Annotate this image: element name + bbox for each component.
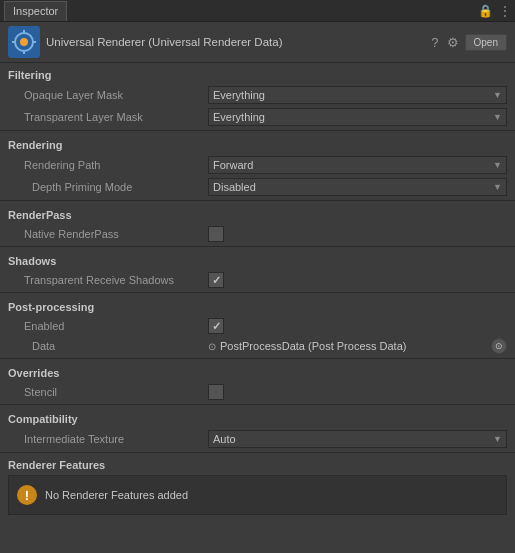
stencil-row: Stencil bbox=[0, 382, 515, 402]
transparent-layer-mask-row: Transparent Layer Mask Everything ▼ bbox=[0, 106, 515, 128]
overrides-section: Overrides Stencil bbox=[0, 361, 515, 402]
transparent-receive-checkbox[interactable]: ✓ bbox=[208, 272, 224, 288]
shadows-header: Shadows bbox=[0, 249, 515, 270]
pp-data-icon: ⊙ bbox=[208, 341, 216, 352]
pp-enabled-row: Enabled ✓ bbox=[0, 316, 515, 336]
compatibility-section: Compatibility Intermediate Texture Auto … bbox=[0, 407, 515, 450]
svg-point-2 bbox=[20, 38, 28, 46]
lock-icon[interactable]: 🔒 bbox=[478, 4, 493, 18]
intermediate-texture-label: Intermediate Texture bbox=[8, 433, 208, 445]
native-renderpass-row: Native RenderPass bbox=[0, 224, 515, 244]
native-renderpass-value bbox=[208, 226, 507, 242]
renderpass-section: RenderPass Native RenderPass bbox=[0, 203, 515, 244]
warning-icon: ! bbox=[17, 485, 37, 505]
content: Filtering Opaque Layer Mask Everything ▼… bbox=[0, 63, 515, 519]
rendering-path-row: Rendering Path Forward ▼ bbox=[0, 154, 515, 176]
pp-data-container: ⊙ PostProcessData (Post Process Data) ⊙ bbox=[208, 338, 507, 354]
dropdown-arrow-icon-4: ▼ bbox=[493, 182, 502, 192]
header-title: Universal Renderer (Universal Renderer D… bbox=[46, 36, 423, 48]
compatibility-header: Compatibility bbox=[0, 407, 515, 428]
checkmark-icon: ✓ bbox=[212, 274, 221, 287]
inspector-tab[interactable]: Inspector bbox=[4, 1, 67, 21]
depth-priming-value: Disabled ▼ bbox=[208, 178, 507, 196]
opaque-layer-mask-label: Opaque Layer Mask bbox=[8, 89, 208, 101]
renderer-features-header: Renderer Features bbox=[8, 459, 507, 471]
native-renderpass-label: Native RenderPass bbox=[8, 228, 208, 240]
pp-data-text: PostProcessData (Post Process Data) bbox=[220, 340, 487, 352]
pp-enabled-checkbox[interactable]: ✓ bbox=[208, 318, 224, 334]
inspector-tab-label: Inspector bbox=[13, 5, 58, 17]
pp-enabled-label: Enabled bbox=[8, 320, 208, 332]
intermediate-texture-value: Auto ▼ bbox=[208, 430, 507, 448]
transparent-receive-value: ✓ bbox=[208, 272, 507, 288]
filtering-header: Filtering bbox=[0, 63, 515, 84]
tab-bar-actions: 🔒 ⋮ bbox=[478, 4, 511, 18]
pp-data-row: Data ⊙ PostProcessData (Post Process Dat… bbox=[0, 336, 515, 356]
depth-priming-row: Depth Priming Mode Disabled ▼ bbox=[0, 176, 515, 198]
pp-enabled-value: ✓ bbox=[208, 318, 507, 334]
transparent-layer-mask-value: Everything ▼ bbox=[208, 108, 507, 126]
rendering-path-label: Rendering Path bbox=[8, 159, 208, 171]
tab-bar: Inspector 🔒 ⋮ bbox=[0, 0, 515, 22]
depth-priming-dropdown[interactable]: Disabled ▼ bbox=[208, 178, 507, 196]
pp-data-label: Data bbox=[8, 340, 208, 352]
stencil-checkbox[interactable] bbox=[208, 384, 224, 400]
intermediate-texture-row: Intermediate Texture Auto ▼ bbox=[0, 428, 515, 450]
shadows-section: Shadows Transparent Receive Shadows ✓ bbox=[0, 249, 515, 290]
dropdown-arrow-icon-3: ▼ bbox=[493, 160, 502, 170]
native-renderpass-checkbox[interactable] bbox=[208, 226, 224, 242]
opaque-layer-mask-dropdown[interactable]: Everything ▼ bbox=[208, 86, 507, 104]
renderpass-header: RenderPass bbox=[0, 203, 515, 224]
opaque-layer-mask-value: Everything ▼ bbox=[208, 86, 507, 104]
depth-priming-label: Depth Priming Mode bbox=[8, 181, 208, 193]
opaque-layer-mask-row: Opaque Layer Mask Everything ▼ bbox=[0, 84, 515, 106]
dropdown-arrow-icon-2: ▼ bbox=[493, 112, 502, 122]
urp-icon bbox=[8, 26, 40, 58]
renderer-features-empty-message: No Renderer Features added bbox=[45, 489, 188, 501]
intermediate-texture-dropdown[interactable]: Auto ▼ bbox=[208, 430, 507, 448]
rendering-header: Rendering bbox=[0, 133, 515, 154]
renderer-features-empty: ! No Renderer Features added bbox=[8, 475, 507, 515]
overrides-header: Overrides bbox=[0, 361, 515, 382]
checkmark-icon-2: ✓ bbox=[212, 320, 221, 333]
help-icon[interactable]: ? bbox=[429, 33, 440, 52]
settings-icon[interactable]: ⚙ bbox=[445, 33, 461, 52]
renderer-features-section: Renderer Features ! No Renderer Features… bbox=[0, 455, 515, 519]
menu-icon[interactable]: ⋮ bbox=[499, 4, 511, 18]
dropdown-arrow-icon: ▼ bbox=[493, 90, 502, 100]
transparent-receive-label: Transparent Receive Shadows bbox=[8, 274, 208, 286]
stencil-value bbox=[208, 384, 507, 400]
filtering-section: Filtering Opaque Layer Mask Everything ▼… bbox=[0, 63, 515, 128]
rendering-path-dropdown[interactable]: Forward ▼ bbox=[208, 156, 507, 174]
dropdown-arrow-icon-5: ▼ bbox=[493, 434, 502, 444]
pp-data-select-button[interactable]: ⊙ bbox=[491, 338, 507, 354]
pp-data-value: ⊙ PostProcessData (Post Process Data) ⊙ bbox=[208, 338, 507, 354]
postprocessing-header: Post-processing bbox=[0, 295, 515, 316]
transparent-receive-row: Transparent Receive Shadows ✓ bbox=[0, 270, 515, 290]
stencil-label: Stencil bbox=[8, 386, 208, 398]
postprocessing-section: Post-processing Enabled ✓ Data ⊙ PostPro… bbox=[0, 295, 515, 356]
header-actions: ? ⚙ Open bbox=[429, 33, 507, 52]
rendering-path-value: Forward ▼ bbox=[208, 156, 507, 174]
header: Universal Renderer (Universal Renderer D… bbox=[0, 22, 515, 63]
rendering-section: Rendering Rendering Path Forward ▼ Depth… bbox=[0, 133, 515, 198]
open-button[interactable]: Open bbox=[465, 34, 507, 51]
transparent-layer-mask-dropdown[interactable]: Everything ▼ bbox=[208, 108, 507, 126]
transparent-layer-mask-label: Transparent Layer Mask bbox=[8, 111, 208, 123]
